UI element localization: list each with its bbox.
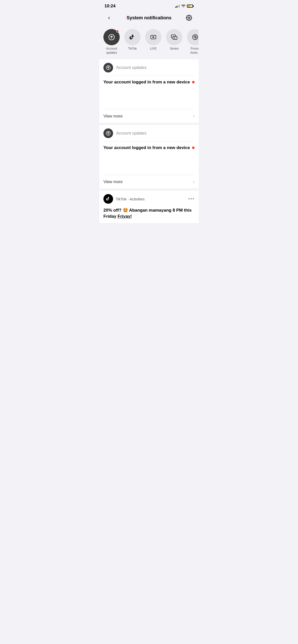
category-label-series: Series <box>170 47 179 51</box>
notif-account-icon-2 <box>103 128 113 138</box>
category-label-account-updates: Account updates <box>103 47 120 55</box>
back-chevron-icon: ‹ <box>108 14 110 21</box>
view-more-label-2: View more <box>103 180 123 184</box>
notif-message-1: Your account logged in from a new device <box>103 79 195 85</box>
gear-icon <box>186 15 192 21</box>
notif-account-icon-1 <box>103 63 113 72</box>
category-item-account-updates[interactable]: Account updates <box>103 29 120 55</box>
upload-arrow-icon <box>108 34 115 41</box>
notif-header-2: Account updates <box>99 125 199 141</box>
tiktok-notif-header: TikTok · Activities ••• <box>99 191 199 206</box>
category-item-promo[interactable]: Promo Assis... <box>187 29 199 55</box>
svg-point-7 <box>195 37 196 38</box>
view-more-button-1[interactable]: View more › <box>99 109 199 123</box>
category-item-live[interactable]: LIVE <box>145 29 161 55</box>
live-icon-wrap <box>145 29 161 45</box>
account-updates-icon-wrap <box>103 29 120 45</box>
promo-icon-wrap <box>187 29 199 45</box>
svg-marker-2 <box>153 36 155 38</box>
notif-content-2: Your account logged in from a new device <box>99 141 199 154</box>
notif-header-1: Account updates <box>99 59 199 76</box>
dollar-screen-icon: $ <box>171 34 178 41</box>
status-bar: 10:24 <box>99 0 199 11</box>
promo-icon <box>192 34 199 41</box>
signal-icon <box>175 5 180 8</box>
header: ‹ System notifications <box>99 11 199 26</box>
category-label-live: LIVE <box>150 47 157 51</box>
notif-content-1: Your account logged in from a new device <box>99 76 199 89</box>
series-icon-wrap: $ <box>166 29 182 45</box>
category-item-series[interactable]: $ Series <box>166 29 182 55</box>
view-more-button-2[interactable]: View more › <box>99 175 199 188</box>
notif-message-2: Your account logged in from a new device <box>103 145 195 151</box>
unread-dot-1 <box>192 81 195 83</box>
unread-dot-2 <box>192 147 195 149</box>
live-tv-icon <box>150 34 157 41</box>
notif-spacer-1 <box>99 89 199 109</box>
chevron-right-icon-2: › <box>193 179 195 184</box>
tiktok-notif-message: 20% off? 🤩 Abangan mamayang 8 PM this Fr… <box>99 206 199 223</box>
wifi-icon <box>181 5 185 8</box>
notif-category-label-1: Account updates <box>116 65 146 70</box>
tiktok-icon-wrap <box>124 29 141 45</box>
tiktok-header-label: TikTok · Activities <box>116 197 145 201</box>
status-icons <box>175 5 194 8</box>
notif-spacer-2 <box>99 154 199 175</box>
tiktok-app-icon <box>103 194 113 204</box>
notification-card-2: Account updates Your account logged in f… <box>99 125 199 188</box>
category-row: Account updates TikTok LIVE <box>99 26 199 59</box>
notifications-list: Account updates Your account logged in f… <box>99 59 199 223</box>
category-label-tiktok: TikTok <box>128 47 137 51</box>
svg-text:$: $ <box>174 37 175 39</box>
settings-button[interactable] <box>184 13 194 22</box>
view-more-label-1: View more <box>103 114 123 119</box>
back-button[interactable]: ‹ <box>104 13 114 22</box>
tiktok-header-left: TikTok · Activities <box>103 194 145 204</box>
status-time: 10:24 <box>104 4 115 9</box>
notification-card-1: Account updates Your account logged in f… <box>99 59 199 123</box>
notif-category-label-2: Account updates <box>116 131 146 136</box>
category-item-tiktok[interactable]: TikTok <box>124 29 141 55</box>
tiktok-note-icon <box>129 34 136 41</box>
notification-red-dot <box>116 30 119 33</box>
chevron-right-icon-1: › <box>193 113 195 119</box>
category-label-promo: Promo Assis... <box>187 47 199 55</box>
tiktok-notification-card: TikTok · Activities ••• 20% off? 🤩 Abang… <box>99 191 199 223</box>
battery-icon <box>187 5 194 8</box>
three-dots-menu-button[interactable]: ••• <box>188 196 195 202</box>
page-title: System notifications <box>127 15 171 21</box>
